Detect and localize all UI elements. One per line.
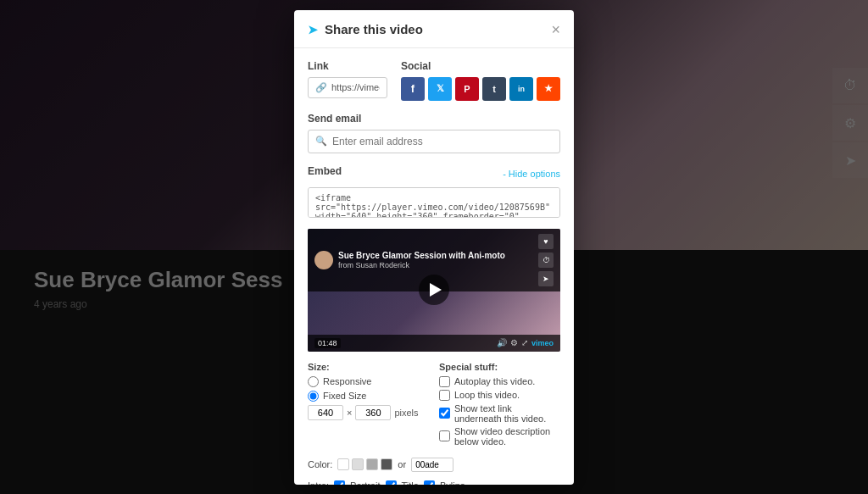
size-separator: × <box>347 408 352 418</box>
responsive-label: Responsive <box>323 376 371 386</box>
social-label: Social <box>401 60 560 72</box>
height-input[interactable] <box>355 405 391 420</box>
fixed-radio[interactable] <box>308 391 319 402</box>
color-hex-input[interactable] <box>411 458 453 472</box>
video-ui: Sue Bryce Glamor Session with Ani-moto f… <box>308 229 560 352</box>
video-bottom-bar: 01:48 🔊 ⚙ ⤢ vimeo <box>308 335 560 352</box>
fixed-label: Fixed Size <box>323 391 366 401</box>
close-button[interactable]: × <box>551 22 560 37</box>
loop-checkbox[interactable] <box>439 390 450 401</box>
color-label: Color: <box>308 459 332 469</box>
video-top-actions: ♥ ⏱ ➤ <box>538 234 554 286</box>
embed-section: Embed - Hide options <box>308 165 560 220</box>
special-section: Special stuff: Autoplay this video. Loop… <box>439 362 560 449</box>
link-section: Link 🔗 <box>308 60 387 98</box>
responsive-option: Responsive <box>308 376 429 387</box>
video-time: 01:48 <box>314 338 341 348</box>
options-row: Size: Responsive Fixed Size × pixels <box>308 362 560 449</box>
watchlater-button[interactable]: ⏱ <box>538 253 554 268</box>
email-label: Send email <box>308 113 560 125</box>
share-modal: ➤ Share this video × Link 🔗 Social <box>294 10 574 485</box>
intro-label: Intro: <box>308 480 329 485</box>
modal-body: Link 🔗 Social f 𝕏 P t in ★ <box>294 48 574 485</box>
social-section: Social f 𝕏 P t in ★ <box>401 60 560 101</box>
video-play-center <box>419 275 449 305</box>
fixed-option: Fixed Size <box>308 391 429 402</box>
modal-header: ➤ Share this video × <box>294 10 574 48</box>
like-button[interactable]: ♥ <box>538 234 554 249</box>
title-checkbox[interactable] <box>386 480 397 485</box>
twitter-button[interactable]: 𝕏 <box>428 77 452 101</box>
modal-title-text: Share this video <box>325 22 423 36</box>
title-label: Title <box>402 480 419 485</box>
embed-textarea[interactable] <box>308 187 560 218</box>
email-search-icon: 🔍 <box>315 136 327 147</box>
video-bottom-right: 🔊 ⚙ ⤢ vimeo <box>497 338 554 347</box>
portrait-checkbox[interactable] <box>334 480 345 485</box>
play-button[interactable] <box>419 275 449 305</box>
swatch-white[interactable] <box>337 458 349 470</box>
link-input[interactable] <box>331 82 380 92</box>
video-preview: Sue Bryce Glamor Session with Ani-moto f… <box>308 229 560 352</box>
color-row: Color: or <box>308 458 560 472</box>
pixels-label: pixels <box>394 408 418 418</box>
email-input[interactable] <box>332 136 553 147</box>
portrait-label: Portrait <box>350 480 380 485</box>
width-input[interactable] <box>308 405 343 420</box>
autoplay-option: Autoplay this video. <box>439 376 560 387</box>
autoplay-label: Autoplay this video. <box>454 376 535 386</box>
send-icon: ➤ <box>308 23 318 36</box>
showtext-option: Show text link underneath this video. <box>439 403 560 424</box>
showdesc-checkbox[interactable] <box>439 430 450 441</box>
video-title: Sue Bryce Glamor Session with Ani-moto <box>338 250 505 261</box>
share-video-button[interactable]: ➤ <box>538 271 554 286</box>
tumblr-button[interactable]: t <box>482 77 506 101</box>
link-social-row: Link 🔗 Social f 𝕏 P t in ★ <box>308 60 560 101</box>
reddit-button[interactable]: ★ <box>537 77 560 101</box>
showdesc-option: Show video description below video. <box>439 426 560 447</box>
video-avatar <box>314 251 333 269</box>
color-or-label: or <box>398 459 406 469</box>
settings-icon[interactable]: ⚙ <box>510 338 518 347</box>
byline-label: Byline <box>440 480 465 485</box>
facebook-button[interactable]: f <box>401 77 425 101</box>
modal-title: ➤ Share this video <box>308 22 423 36</box>
responsive-radio[interactable] <box>308 376 319 387</box>
video-title-area: Sue Bryce Glamor Session with Ani-moto f… <box>314 250 505 269</box>
video-info: Sue Bryce Glamor Session with Ani-moto f… <box>338 250 505 269</box>
loop-label: Loop this video. <box>454 390 520 400</box>
link-icon: 🔗 <box>315 82 327 93</box>
play-triangle <box>430 283 442 297</box>
email-input-wrap: 🔍 <box>308 130 560 153</box>
autoplay-checkbox[interactable] <box>439 376 450 387</box>
showtext-checkbox[interactable] <box>439 408 450 419</box>
size-section: Size: Responsive Fixed Size × pixels <box>308 362 429 449</box>
swatch-light[interactable] <box>352 458 364 470</box>
special-label: Special stuff: <box>439 362 560 372</box>
email-section: Send email 🔍 <box>308 113 560 153</box>
embed-label: Embed <box>308 165 342 177</box>
size-inputs: × pixels <box>308 405 429 420</box>
showtext-label: Show text link underneath this video. <box>454 403 560 424</box>
linkedin-button[interactable]: in <box>509 77 533 101</box>
swatch-gray[interactable] <box>366 458 378 470</box>
embed-header: Embed - Hide options <box>308 165 560 182</box>
social-buttons: f 𝕏 P t in ★ <box>401 77 560 101</box>
fullscreen-icon[interactable]: ⤢ <box>521 338 528 347</box>
byline-checkbox[interactable] <box>424 480 435 485</box>
video-author: from Susan Roderick <box>338 261 505 269</box>
loop-option: Loop this video. <box>439 390 560 401</box>
swatch-dark[interactable] <box>381 458 392 470</box>
size-label: Size: <box>308 362 429 372</box>
color-swatches <box>337 458 392 470</box>
modal-overlay: ➤ Share this video × Link 🔗 Social <box>0 0 868 494</box>
link-input-wrap: 🔗 <box>308 77 387 98</box>
link-label: Link <box>308 60 387 72</box>
intro-row: Intro: Portrait Title Byline <box>308 480 560 485</box>
hide-options-link[interactable]: - Hide options <box>503 169 560 179</box>
pinterest-button[interactable]: P <box>455 77 479 101</box>
vimeo-logo: vimeo <box>531 339 554 347</box>
showdesc-label: Show video description below video. <box>454 426 560 447</box>
volume-icon[interactable]: 🔊 <box>497 338 507 347</box>
